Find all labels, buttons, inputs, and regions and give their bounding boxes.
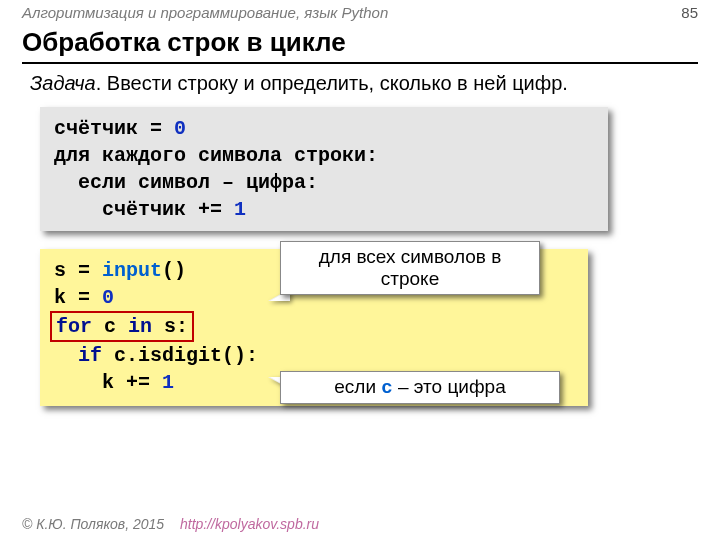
task-body: . Ввести строку и определить, сколько в …: [96, 72, 568, 94]
copyright: © К.Ю. Поляков, 2015: [22, 516, 164, 532]
task-label: Задача: [30, 72, 96, 94]
pseudocode-box: счётчик = 0 для каждого символа строки: …: [40, 107, 608, 231]
code-line-3: for c in s:: [54, 311, 574, 342]
task-text: Задача. Ввести строку и определить, скол…: [30, 72, 698, 95]
page-number: 85: [681, 4, 698, 21]
callout-if-digit: если c – это цифра: [280, 371, 560, 404]
footer-url: http://kpolyakov.spb.ru: [180, 516, 319, 532]
breadcrumb: Алгоритмизация и программирование, язык …: [22, 4, 698, 21]
page-title: Обработка строк в цикле: [22, 27, 698, 58]
callout-for-loop: для всех символов в строке: [280, 241, 540, 295]
code-line-4: if c.isdigit():: [54, 342, 574, 369]
title-rule: [22, 62, 698, 64]
footer: © К.Ю. Поляков, 2015 http://kpolyakov.sp…: [22, 516, 319, 532]
